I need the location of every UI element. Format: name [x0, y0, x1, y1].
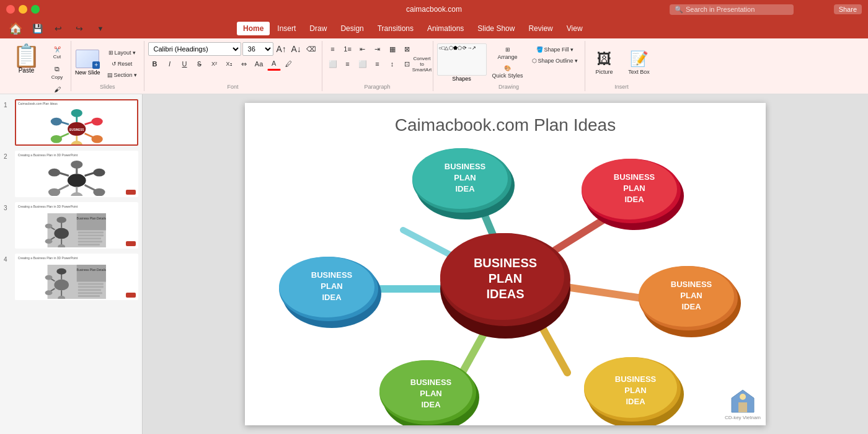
svg-line-23 — [84, 185, 95, 190]
slide-thumb-1[interactable]: 1 Caimacbook.com Plan Ideas — [4, 99, 138, 146]
font-size-select[interactable]: 36 — [242, 42, 273, 56]
svg-text:PLAN: PLAN — [624, 386, 646, 395]
italic-button[interactable]: I — [163, 57, 177, 71]
menu-item-slideshow[interactable]: Slide Show — [471, 22, 521, 35]
font-family-select[interactable]: Calibri (Headings) — [148, 42, 241, 56]
maximize-button[interactable] — [31, 5, 40, 14]
smartart-button[interactable]: ⊠ — [401, 42, 414, 56]
align-left-button[interactable]: ⬜ — [326, 57, 340, 71]
svg-point-20 — [48, 188, 60, 196]
format-painter-button[interactable]: 🖌 — [47, 84, 67, 95]
strikethrough-button[interactable]: S̶ — [193, 57, 206, 71]
increase-font-button[interactable]: A↑ — [275, 42, 288, 56]
menu-item-animations[interactable]: Animations — [421, 22, 470, 35]
insert-label: Insert — [614, 82, 629, 90]
decrease-font-button[interactable]: A↓ — [290, 42, 303, 56]
close-button[interactable] — [6, 5, 15, 14]
slide-thumb-4[interactable]: 4 Creating a Business Plan in 3D PowerPo… — [4, 254, 138, 300]
menu-item-home[interactable]: Home — [237, 22, 270, 35]
svg-text:PLAN: PLAN — [454, 173, 476, 182]
svg-line-19 — [58, 185, 69, 190]
text-direction-button[interactable]: ↕ — [386, 57, 399, 71]
slide-image-1[interactable]: Caimacbook.com Plan Ideas — [15, 99, 138, 146]
cut-button[interactable]: ✂️ Cut — [47, 45, 67, 61]
superscript-button[interactable]: X² — [208, 57, 221, 71]
svg-point-6 — [51, 135, 62, 143]
bold-button[interactable]: B — [148, 57, 162, 71]
slide-thumb-2[interactable]: 2 Creating a Business Plan in 3D PowerPo… — [4, 151, 138, 197]
undo-button[interactable]: ↩ — [48, 22, 68, 35]
convert-smartart-button[interactable]: Convert to SmartArt — [415, 57, 429, 71]
reset-button[interactable]: ↺ Reset — [104, 59, 140, 69]
svg-point-14 — [68, 174, 86, 187]
shapes-palette[interactable]: ○□△ ⬡⬟⬠ ⟳→↗ — [437, 43, 487, 76]
share-button[interactable]: Share — [834, 4, 862, 14]
new-slide-button[interactable] — [76, 50, 99, 68]
slide-thumb-3[interactable]: 3 Creating a Business Plan in 3D PowerPo… — [4, 202, 138, 249]
clear-format-button[interactable]: ⌫ — [304, 42, 318, 56]
menu-item-transitions[interactable]: Transitions — [371, 22, 420, 35]
highlight-color-button[interactable]: 🖊 — [282, 57, 296, 71]
svg-text:IDEA: IDEA — [421, 400, 441, 409]
slide-image-2[interactable]: Creating a Business Plan in 3D PowerPoin… — [15, 151, 138, 197]
align-center-button[interactable]: ≡ — [341, 57, 355, 71]
text-box-button[interactable]: 📝 Text Box — [624, 48, 655, 77]
copy-button[interactable]: ⧉ Copy — [47, 63, 67, 82]
shape-fill-button[interactable]: 🪣 Shape Fill ▾ — [529, 45, 581, 55]
shape-outline-button[interactable]: ⬡ Shape Outline ▾ — [529, 56, 581, 66]
shape-fill-dropdown-icon: ▾ — [570, 46, 574, 53]
menu-item-insert[interactable]: Insert — [271, 22, 302, 35]
columns-button[interactable]: ▦ — [386, 42, 399, 56]
decrease-indent-button[interactable]: ⇤ — [356, 42, 370, 56]
customize-quick-access[interactable]: ▼ — [91, 23, 110, 34]
paste-button[interactable]: 📋 Paste — [7, 42, 45, 76]
font-color-button[interactable]: A — [267, 57, 281, 71]
slide-image-3[interactable]: Creating a Business Plan in 3D PowerPoin… — [15, 202, 138, 249]
menu-item-design[interactable]: Design — [334, 22, 370, 35]
svg-text:IDEA: IDEA — [681, 302, 701, 311]
svg-text:BUSINESS: BUSINESS — [615, 374, 657, 384]
slide-title: Caimacbook.com Plan Ideas — [245, 103, 766, 135]
menu-item-view[interactable]: View — [560, 22, 589, 35]
layout-button[interactable]: ⊞ Layout ▾ — [104, 48, 140, 58]
align-right-button[interactable]: ⬜ — [356, 57, 370, 71]
svg-rect-28 — [77, 213, 106, 231]
picture-button[interactable]: 🖼 Picture — [589, 48, 620, 77]
watermark: CD-key Vietnam — [725, 389, 761, 420]
slide-4-mini-diagram: Business Plan Details — [16, 261, 137, 300]
svg-rect-42 — [78, 241, 102, 242]
arrange-button[interactable]: ⊞ Arrange — [489, 45, 526, 62]
redo-button[interactable]: ↪ — [69, 22, 89, 35]
mind-map-diagram: BUSINESS PLAN IDEAS BUSINESS PLAN IDEA B… — [245, 140, 766, 425]
svg-text:Business Plan Details: Business Plan Details — [76, 216, 106, 219]
paste-icon: 📋 — [12, 45, 40, 67]
underline-button[interactable]: U — [178, 57, 192, 71]
shape-outline-icon: ⬡ — [532, 58, 537, 64]
svg-point-112 — [740, 394, 746, 400]
font-label: Font — [228, 82, 239, 90]
quick-access-save[interactable]: 💾 — [27, 22, 47, 35]
svg-rect-45 — [77, 265, 106, 282]
svg-rect-111 — [738, 402, 747, 412]
slide-canvas: Caimacbook.com Plan Ideas — [143, 94, 868, 434]
svg-point-18 — [48, 168, 60, 176]
minimize-button[interactable] — [19, 5, 27, 14]
slide-content[interactable]: Caimacbook.com Plan Ideas — [245, 103, 766, 425]
bullets-button[interactable]: ≡ — [326, 42, 340, 56]
slide-3-title: Creating a Business Plan in 3D PowerPoin… — [16, 203, 137, 210]
section-button[interactable]: ▤ Section ▾ — [104, 70, 140, 80]
quick-styles-button[interactable]: 🎨 Quick Styles — [489, 63, 526, 81]
slide-image-4[interactable]: Creating a Business Plan in 3D PowerPoin… — [15, 254, 138, 300]
search-input[interactable] — [686, 6, 785, 13]
menu-item-draw[interactable]: Draw — [303, 22, 333, 35]
numbering-button[interactable]: 1≡ — [341, 42, 355, 56]
search-bar[interactable]: 🔍 — [670, 4, 794, 15]
increase-indent-button[interactable]: ⇥ — [371, 42, 384, 56]
justify-button[interactable]: ≡ — [371, 57, 384, 71]
change-case-button[interactable]: Aa — [252, 57, 266, 71]
text-spacing-button[interactable]: ⇔ — [237, 57, 251, 71]
home-icon-btn[interactable]: 🏠 — [5, 20, 26, 37]
subscript-button[interactable]: X₂ — [223, 57, 236, 71]
window-controls — [6, 5, 40, 14]
menu-item-review[interactable]: Review — [522, 22, 559, 35]
